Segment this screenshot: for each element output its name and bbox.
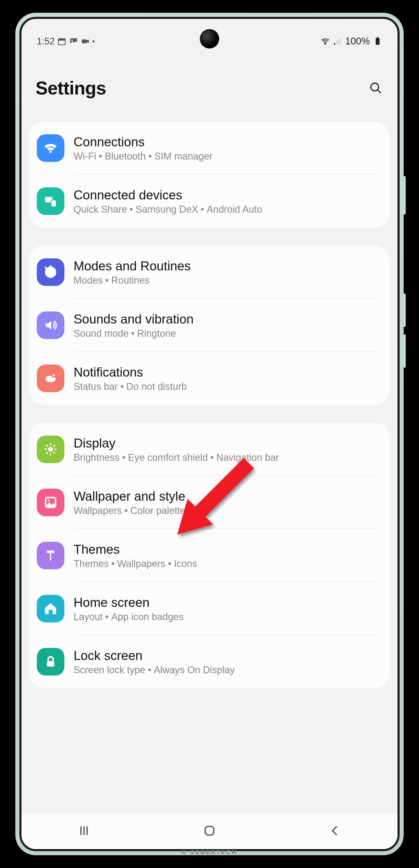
svg-rect-9 bbox=[340, 38, 341, 45]
item-subtitle: Wi-Fi•Bluetooth•SIM manager bbox=[73, 151, 380, 162]
item-title: Wallpaper and style bbox=[73, 489, 380, 504]
navigation-bar bbox=[22, 813, 397, 849]
item-text: Connected devices Quick Share•Samsung De… bbox=[73, 188, 380, 215]
svg-rect-16 bbox=[51, 200, 56, 207]
item-title: Connections bbox=[73, 134, 380, 149]
watermark: © SEBERTECH bbox=[182, 848, 237, 856]
svg-point-30 bbox=[48, 500, 50, 501]
svg-rect-31 bbox=[47, 551, 54, 553]
item-text: Notifications Status bar•Do not disturb bbox=[73, 365, 380, 392]
item-text: Lock screen Screen lock type•Always On D… bbox=[73, 648, 380, 676]
svg-line-25 bbox=[47, 445, 48, 446]
svg-line-28 bbox=[54, 445, 55, 446]
item-subtitle: Brightness•Eye comfort shield•Navigation… bbox=[73, 452, 380, 463]
svg-rect-36 bbox=[205, 827, 214, 835]
svg-point-12 bbox=[371, 83, 379, 91]
item-text: Themes Themes•Wallpapers•Icons bbox=[73, 542, 380, 569]
item-title: Modes and Routines bbox=[73, 258, 380, 273]
item-text: Modes and Routines Modes•Routines bbox=[73, 258, 380, 286]
settings-item-themes[interactable]: Themes Themes•Wallpapers•Icons bbox=[29, 529, 390, 582]
settings-item-lock-screen[interactable]: Lock screen Screen lock type•Always On D… bbox=[29, 635, 390, 688]
item-subtitle: Sound mode•Ringtone bbox=[73, 328, 380, 339]
item-subtitle: Status bar•Do not disturb bbox=[73, 381, 380, 392]
settings-item-sounds-and-vibration[interactable]: Sounds and vibration Sound mode•Ringtone bbox=[29, 299, 390, 352]
volume-up-button bbox=[403, 293, 406, 327]
settings-item-connections[interactable]: Connections Wi-Fi•Bluetooth•SIM manager bbox=[29, 122, 390, 175]
svg-point-19 bbox=[52, 373, 56, 377]
svg-point-20 bbox=[48, 447, 53, 452]
item-subtitle: Modes•Routines bbox=[73, 275, 380, 286]
item-text: Display Brightness•Eye comfort shield•Na… bbox=[73, 436, 380, 463]
settings-list: Connections Wi-Fi•Bluetooth•SIM manager … bbox=[22, 122, 397, 688]
item-text: Wallpaper and style Wallpapers•Color pal… bbox=[73, 489, 380, 516]
svg-rect-1 bbox=[59, 38, 65, 40]
item-text: Connections Wi-Fi•Bluetooth•SIM manager bbox=[73, 134, 380, 162]
svg-rect-4 bbox=[82, 39, 87, 43]
calendar-icon bbox=[57, 37, 66, 46]
item-title: Lock screen bbox=[73, 648, 380, 663]
item-title: Connected devices bbox=[73, 188, 380, 203]
svg-rect-8 bbox=[338, 40, 339, 45]
notif-icon bbox=[37, 365, 64, 392]
home-button[interactable] bbox=[202, 823, 217, 839]
search-icon bbox=[369, 82, 383, 95]
side-button bbox=[403, 176, 406, 214]
item-text: Home screen Layout•App icon badges bbox=[73, 595, 380, 622]
item-title: Home screen bbox=[73, 595, 380, 610]
svg-point-5 bbox=[325, 43, 326, 44]
svg-line-27 bbox=[47, 453, 48, 454]
svg-point-14 bbox=[49, 151, 52, 153]
themes-icon bbox=[37, 542, 64, 569]
display-icon bbox=[37, 436, 64, 463]
settings-item-wallpaper-and-style[interactable]: Wallpaper and style Wallpapers•Color pal… bbox=[29, 476, 390, 529]
wallpaper-icon bbox=[37, 489, 64, 516]
item-subtitle: Quick Share•Samsung DeX•Android Auto bbox=[73, 204, 380, 215]
phone-frame: © SEBERTECH 1:52 bbox=[15, 13, 404, 855]
svg-rect-32 bbox=[47, 661, 54, 667]
settings-group: Display Brightness•Eye comfort shield•Na… bbox=[29, 423, 390, 688]
settings-item-notifications[interactable]: Notifications Status bar•Do not disturb bbox=[29, 352, 390, 405]
svg-rect-7 bbox=[336, 41, 337, 45]
wifi-status-icon bbox=[321, 37, 330, 46]
item-title: Themes bbox=[73, 542, 380, 557]
wifi-icon bbox=[37, 134, 64, 162]
sound-icon bbox=[37, 311, 64, 339]
svg-rect-10 bbox=[376, 38, 380, 45]
settings-item-display[interactable]: Display Brightness•Eye comfort shield•Na… bbox=[29, 423, 390, 476]
battery-text: 100% bbox=[345, 36, 370, 47]
settings-item-home-screen[interactable]: Home screen Layout•App icon badges bbox=[29, 582, 390, 635]
image-icon bbox=[69, 37, 78, 46]
signal-icon bbox=[333, 37, 342, 46]
more-icon bbox=[92, 40, 94, 42]
search-button[interactable] bbox=[368, 81, 384, 96]
header: Settings bbox=[22, 52, 397, 122]
battery-icon bbox=[373, 37, 382, 46]
item-title: Display bbox=[73, 436, 380, 451]
volume-down-button bbox=[403, 335, 406, 368]
svg-rect-6 bbox=[334, 43, 335, 45]
item-title: Notifications bbox=[73, 365, 380, 380]
settings-group: Connections Wi-Fi•Bluetooth•SIM manager … bbox=[29, 122, 390, 228]
routines-icon bbox=[37, 258, 64, 286]
item-subtitle: Layout•App icon badges bbox=[73, 612, 380, 622]
page-title: Settings bbox=[35, 78, 106, 98]
home-icon bbox=[37, 595, 64, 622]
item-text: Sounds and vibration Sound mode•Ringtone bbox=[73, 312, 380, 339]
settings-item-connected-devices[interactable]: Connected devices Quick Share•Samsung De… bbox=[29, 175, 390, 228]
settings-group: Modes and Routines Modes•Routines Sounds… bbox=[29, 246, 390, 405]
item-subtitle: Themes•Wallpapers•Icons bbox=[73, 558, 380, 569]
devices-icon bbox=[37, 187, 64, 215]
status-right: 100% bbox=[321, 36, 382, 47]
settings-item-modes-and-routines[interactable]: Modes and Routines Modes•Routines bbox=[29, 246, 390, 299]
svg-point-3 bbox=[71, 39, 73, 41]
status-time: 1:52 bbox=[37, 36, 55, 47]
item-subtitle: Screen lock type•Always On Display bbox=[73, 664, 380, 676]
status-left: 1:52 bbox=[37, 36, 94, 47]
back-button[interactable] bbox=[328, 823, 342, 839]
svg-line-13 bbox=[378, 90, 381, 93]
item-subtitle: Wallpapers•Color palette bbox=[73, 505, 380, 516]
screen: 1:52 100% bbox=[20, 17, 399, 851]
recents-button[interactable] bbox=[77, 823, 91, 839]
svg-rect-11 bbox=[377, 37, 378, 38]
camera-hole bbox=[200, 29, 219, 49]
